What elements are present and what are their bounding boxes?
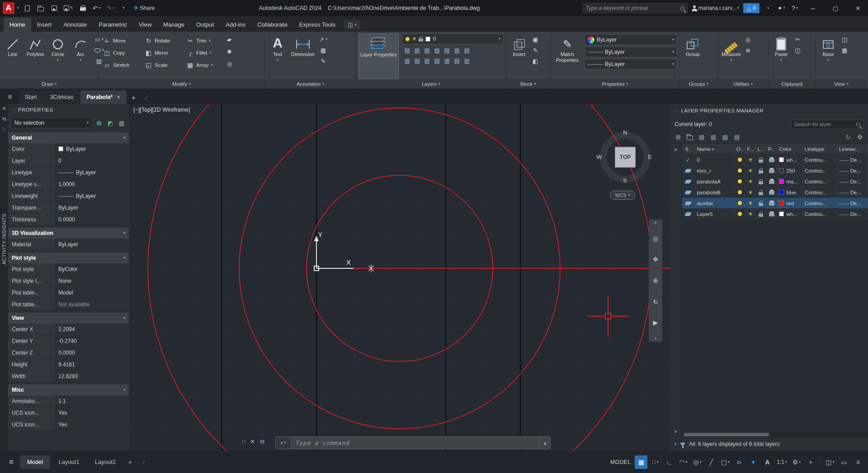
minimize-button[interactable]: ─	[803, 0, 823, 16]
ribbon-tab-addins[interactable]: Add-ins	[220, 18, 251, 32]
column-lineweight[interactable]: Linewe...	[837, 144, 868, 154]
modify-more-button[interactable]: ◎	[226, 59, 233, 69]
lock-layer-icon[interactable]: ▤	[462, 46, 472, 55]
drawing-canvas[interactable]: [−][Top][2D Wireframe] Y	[129, 104, 670, 451]
property-row[interactable]: Annotatio...1:1	[8, 395, 129, 407]
close-button[interactable]: ✕	[848, 0, 868, 16]
column-plot[interactable]: P...	[767, 144, 778, 154]
layer-plot-icon[interactable]	[769, 180, 774, 184]
match-properties-button[interactable]: ✎ Match Properties	[553, 33, 582, 79]
expand-filter-tree-icon[interactable]: »	[674, 146, 677, 153]
copy-clip-button[interactable]: ◫	[793, 45, 802, 55]
compass-west[interactable]: W	[596, 154, 602, 160]
layer-lock-icon[interactable]	[759, 214, 763, 217]
annotation-monitor-button[interactable]: +	[804, 455, 817, 469]
utilities-panel-label[interactable]: Utilities▾	[718, 79, 768, 89]
file-tab-menu-button[interactable]: ≡	[2, 90, 18, 104]
plot-button[interactable]	[78, 2, 89, 14]
showmotion-icon[interactable]: ▶	[653, 316, 658, 329]
layer-select-combo[interactable]: ☀ 0 ▾	[402, 33, 504, 44]
layout1-tab[interactable]: Layout1	[51, 455, 86, 469]
markup-button[interactable]: ✎	[318, 56, 329, 66]
layer-thaw-icon[interactable]: ☀	[748, 190, 753, 195]
customization-menu-button[interactable]: ≡	[852, 455, 864, 469]
leader-button[interactable]: ↗▾	[318, 34, 329, 44]
property-row[interactable]: Plot table...Not available	[8, 299, 129, 310]
redo-button[interactable]: ↷▾	[105, 2, 116, 14]
expand-filter-tree-bottom-icon[interactable]: »	[674, 428, 677, 435]
off-layer-icon[interactable]: ▥	[452, 46, 462, 55]
layer-plot-icon[interactable]	[769, 202, 774, 206]
layer-search-box[interactable]	[791, 120, 863, 129]
layer-thaw-icon[interactable]: ☀	[748, 168, 753, 173]
layer-plot-icon[interactable]	[769, 159, 774, 162]
section-header[interactable]: Misc▾	[8, 384, 129, 395]
arc-button[interactable]: Arc ▾	[70, 33, 91, 79]
ribbon-tab-parametric[interactable]: Parametric	[93, 18, 133, 32]
erase-button[interactable]: ▰	[226, 34, 233, 44]
layer-row-4-selected[interactable]: auxiliar ☀ red Continu... ——De...	[682, 198, 868, 209]
layer-on-icon[interactable]	[738, 190, 742, 194]
insert-block-button[interactable]: Insert	[509, 33, 529, 79]
freeze-layer-icon[interactable]: ▤	[442, 46, 452, 55]
property-row[interactable]: ColorByLayer	[8, 143, 129, 155]
ribbon-tab-manage[interactable]: Manage	[157, 18, 190, 32]
ribbon-display-toggle[interactable]: ◫▾	[344, 20, 360, 30]
section-header[interactable]: Plot style▾	[8, 253, 129, 263]
trim-button[interactable]: ✂Trim▾	[184, 34, 226, 47]
wcs-selector[interactable]: WCS▾	[610, 191, 635, 200]
group-button[interactable]: Group	[682, 33, 703, 79]
layer-on-icon[interactable]	[738, 201, 742, 205]
file-tab-start[interactable]: Start	[19, 90, 43, 104]
layers-panel-label[interactable]: Layers▾	[356, 79, 506, 89]
text-button[interactable]: A Text ▾	[267, 33, 288, 79]
pan-icon[interactable]: ✥	[653, 253, 658, 266]
layout-menu-icon[interactable]: ≡	[4, 454, 19, 470]
layer-settings-icon[interactable]: ▥	[462, 56, 472, 65]
circle-flyout-caret-icon[interactable]: ▾	[57, 58, 59, 62]
grid-toggle[interactable]: ▦	[635, 455, 647, 469]
command-line[interactable]: ›▾ ▴	[275, 436, 551, 449]
ribbon-tab-output[interactable]: Output	[190, 18, 220, 32]
command-prompt-button[interactable]: ›▾	[276, 437, 291, 449]
undo-button[interactable]: ↶▾	[91, 2, 102, 14]
notification-button[interactable]: ◔	[762, 2, 773, 14]
app-logo[interactable]: A	[3, 2, 14, 14]
new-layer-icon[interactable]: ▥	[709, 133, 718, 142]
object-linetype-combo[interactable]: ——— ByLayer ▾	[585, 47, 677, 57]
column-freeze[interactable]: F...	[745, 144, 756, 154]
scrollbar-thumb[interactable]	[684, 433, 769, 436]
cut-button[interactable]: ✂	[793, 34, 802, 44]
layer-plot-icon[interactable]	[769, 213, 774, 216]
property-row[interactable]: UCS icon...Yes	[8, 419, 129, 431]
ribbon-tab-insert[interactable]: Insert	[31, 18, 58, 32]
property-row[interactable]: Lineweight———ByLayer	[8, 190, 129, 202]
isolate-layer-icon[interactable]: ▧	[432, 46, 442, 55]
model-space-label[interactable]: MODEL	[608, 459, 633, 465]
select-objects-icon[interactable]: ◩	[106, 118, 115, 127]
ribbon-tab-home[interactable]: Home	[4, 18, 31, 32]
ribbon-tab-annotate[interactable]: Annotate	[57, 18, 93, 32]
command-grip-icon[interactable]: ∷	[242, 438, 245, 445]
dynamic-input-toggle[interactable]: +	[747, 455, 760, 469]
property-row[interactable]: Linetype———ByLayer	[8, 167, 129, 178]
layer-row-2[interactable]: parabolaA ☀ ma... Continu... ——De...	[682, 176, 868, 187]
object-snap-tracking-toggle[interactable]: ╱	[705, 455, 717, 469]
match-layer-icon[interactable]: ▥	[412, 46, 422, 55]
new-property-filter-icon[interactable]: ⊞	[674, 133, 683, 142]
ribbon-tab-express-tools[interactable]: Express Tools	[293, 18, 342, 32]
palette-title-bar[interactable]: ∷ PROPERTIES	[8, 104, 129, 116]
layer-on-icon[interactable]	[738, 158, 742, 162]
new-layout-button[interactable]: +	[124, 455, 137, 469]
draw-panel-label[interactable]: Draw▾	[0, 79, 98, 89]
horizontal-scrollbar[interactable]	[682, 432, 868, 437]
customize-wrench-icon[interactable]: ⚙	[259, 438, 265, 445]
new-layer-vp-icon[interactable]: ▧	[721, 133, 730, 142]
property-row[interactable]: Center X2.2094	[8, 323, 129, 335]
create-block-button[interactable]: ▣	[531, 34, 539, 44]
compass-east[interactable]: E	[648, 154, 652, 160]
layer-lock-icon[interactable]	[759, 192, 763, 195]
move-button[interactable]: ↔↕ Move	[101, 34, 142, 47]
orbit-icon[interactable]: ↻	[653, 295, 658, 309]
assistant-button[interactable]: ✦▾	[776, 2, 787, 14]
